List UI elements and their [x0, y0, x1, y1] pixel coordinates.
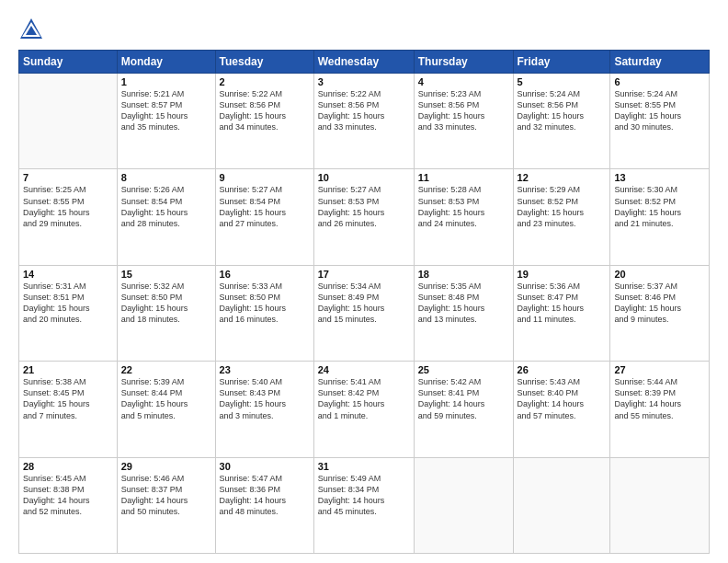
day-number: 20: [614, 269, 705, 280]
day-number: 24: [318, 364, 410, 375]
day-number: 12: [518, 172, 607, 183]
calendar-cell: 25Sunrise: 5:42 AM Sunset: 8:41 PM Dayli…: [414, 362, 513, 457]
day-number: 19: [518, 269, 607, 280]
day-info: Sunrise: 5:49 AM Sunset: 8:34 PM Dayligh…: [318, 473, 410, 518]
day-number: 6: [614, 76, 705, 87]
logo-icon: [18, 17, 44, 42]
day-number: 23: [220, 364, 310, 375]
day-info: Sunrise: 5:30 AM Sunset: 8:52 PM Dayligh…: [614, 184, 705, 229]
day-info: Sunrise: 5:34 AM Sunset: 8:49 PM Dayligh…: [318, 281, 410, 326]
calendar-cell: 16Sunrise: 5:33 AM Sunset: 8:50 PM Dayli…: [215, 265, 313, 361]
day-info: Sunrise: 5:33 AM Sunset: 8:50 PM Dayligh…: [220, 281, 310, 326]
calendar-cell: 18Sunrise: 5:35 AM Sunset: 8:48 PM Dayli…: [414, 265, 513, 361]
calendar-cell: 3Sunrise: 5:22 AM Sunset: 8:56 PM Daylig…: [313, 74, 414, 169]
calendar-cell: 15Sunrise: 5:32 AM Sunset: 8:50 PM Dayli…: [117, 265, 215, 361]
calendar-cell: 21Sunrise: 5:38 AM Sunset: 8:45 PM Dayli…: [19, 362, 118, 457]
day-info: Sunrise: 5:40 AM Sunset: 8:43 PM Dayligh…: [220, 376, 310, 421]
day-number: 31: [318, 461, 410, 472]
day-info: Sunrise: 5:45 AM Sunset: 8:38 PM Dayligh…: [23, 473, 113, 518]
day-number: 3: [318, 76, 410, 87]
calendar-cell: 22Sunrise: 5:39 AM Sunset: 8:44 PM Dayli…: [117, 362, 215, 457]
day-number: 21: [23, 364, 113, 375]
day-info: Sunrise: 5:22 AM Sunset: 8:56 PM Dayligh…: [220, 88, 310, 133]
calendar-cell: [610, 457, 710, 553]
weekday-header-friday: Friday: [513, 51, 610, 74]
day-info: Sunrise: 5:21 AM Sunset: 8:57 PM Dayligh…: [121, 88, 211, 133]
calendar-cell: 11Sunrise: 5:28 AM Sunset: 8:53 PM Dayli…: [414, 169, 513, 265]
day-number: 26: [518, 364, 607, 375]
weekday-header-monday: Monday: [117, 51, 215, 74]
day-info: Sunrise: 5:38 AM Sunset: 8:45 PM Dayligh…: [23, 376, 113, 421]
weekday-header-row: SundayMondayTuesdayWednesdayThursdayFrid…: [19, 51, 710, 74]
day-info: Sunrise: 5:32 AM Sunset: 8:50 PM Dayligh…: [121, 281, 211, 326]
day-number: 11: [418, 172, 509, 183]
day-info: Sunrise: 5:46 AM Sunset: 8:37 PM Dayligh…: [121, 473, 211, 518]
calendar-cell: 26Sunrise: 5:43 AM Sunset: 8:40 PM Dayli…: [513, 362, 610, 457]
day-number: 25: [418, 364, 509, 375]
day-number: 9: [220, 172, 310, 183]
day-number: 15: [121, 269, 211, 280]
week-row-2: 7Sunrise: 5:25 AM Sunset: 8:55 PM Daylig…: [19, 169, 710, 265]
calendar-cell: 28Sunrise: 5:45 AM Sunset: 8:38 PM Dayli…: [19, 457, 118, 553]
day-number: 8: [121, 172, 211, 183]
day-info: Sunrise: 5:24 AM Sunset: 8:56 PM Dayligh…: [518, 88, 607, 133]
calendar-cell: 2Sunrise: 5:22 AM Sunset: 8:56 PM Daylig…: [215, 74, 313, 169]
day-number: 16: [220, 269, 310, 280]
week-row-3: 14Sunrise: 5:31 AM Sunset: 8:51 PM Dayli…: [19, 265, 710, 361]
weekday-header-saturday: Saturday: [610, 51, 710, 74]
calendar-cell: 24Sunrise: 5:41 AM Sunset: 8:42 PM Dayli…: [313, 362, 414, 457]
day-number: 14: [23, 269, 113, 280]
day-info: Sunrise: 5:47 AM Sunset: 8:36 PM Dayligh…: [220, 473, 310, 518]
day-info: Sunrise: 5:27 AM Sunset: 8:53 PM Dayligh…: [318, 184, 410, 229]
day-number: 5: [518, 76, 607, 87]
weekday-header-tuesday: Tuesday: [215, 51, 313, 74]
day-info: Sunrise: 5:27 AM Sunset: 8:54 PM Dayligh…: [220, 184, 310, 229]
calendar-cell: 19Sunrise: 5:36 AM Sunset: 8:47 PM Dayli…: [513, 265, 610, 361]
header: [18, 17, 710, 42]
day-number: 27: [614, 364, 705, 375]
calendar-cell: 30Sunrise: 5:47 AM Sunset: 8:36 PM Dayli…: [215, 457, 313, 553]
day-number: 28: [23, 461, 113, 472]
day-info: Sunrise: 5:22 AM Sunset: 8:56 PM Dayligh…: [318, 88, 410, 133]
calendar-cell: 27Sunrise: 5:44 AM Sunset: 8:39 PM Dayli…: [610, 362, 710, 457]
day-number: 10: [318, 172, 410, 183]
day-number: 2: [220, 76, 310, 87]
day-info: Sunrise: 5:26 AM Sunset: 8:54 PM Dayligh…: [121, 184, 211, 229]
weekday-header-sunday: Sunday: [19, 51, 118, 74]
calendar-cell: 10Sunrise: 5:27 AM Sunset: 8:53 PM Dayli…: [313, 169, 414, 265]
day-number: 1: [121, 76, 211, 87]
day-info: Sunrise: 5:28 AM Sunset: 8:53 PM Dayligh…: [418, 184, 509, 229]
calendar-cell: 31Sunrise: 5:49 AM Sunset: 8:34 PM Dayli…: [313, 457, 414, 553]
logo: [18, 17, 48, 42]
calendar-cell: 20Sunrise: 5:37 AM Sunset: 8:46 PM Dayli…: [610, 265, 710, 361]
calendar-cell: 6Sunrise: 5:24 AM Sunset: 8:55 PM Daylig…: [610, 74, 710, 169]
calendar-cell: 9Sunrise: 5:27 AM Sunset: 8:54 PM Daylig…: [215, 169, 313, 265]
day-number: 30: [220, 461, 310, 472]
calendar-cell: 13Sunrise: 5:30 AM Sunset: 8:52 PM Dayli…: [610, 169, 710, 265]
week-row-5: 28Sunrise: 5:45 AM Sunset: 8:38 PM Dayli…: [19, 457, 710, 553]
day-number: 18: [418, 269, 509, 280]
calendar-cell: [19, 74, 118, 169]
calendar-cell: 12Sunrise: 5:29 AM Sunset: 8:52 PM Dayli…: [513, 169, 610, 265]
day-info: Sunrise: 5:24 AM Sunset: 8:55 PM Dayligh…: [614, 88, 705, 133]
page: SundayMondayTuesdayWednesdayThursdayFrid…: [0, 0, 728, 563]
weekday-header-thursday: Thursday: [414, 51, 513, 74]
calendar-cell: 4Sunrise: 5:23 AM Sunset: 8:56 PM Daylig…: [414, 74, 513, 169]
day-info: Sunrise: 5:41 AM Sunset: 8:42 PM Dayligh…: [318, 376, 410, 421]
day-info: Sunrise: 5:35 AM Sunset: 8:48 PM Dayligh…: [418, 281, 509, 326]
day-number: 7: [23, 172, 113, 183]
calendar-cell: 7Sunrise: 5:25 AM Sunset: 8:55 PM Daylig…: [19, 169, 118, 265]
day-number: 4: [418, 76, 509, 87]
calendar-cell: 17Sunrise: 5:34 AM Sunset: 8:49 PM Dayli…: [313, 265, 414, 361]
day-info: Sunrise: 5:42 AM Sunset: 8:41 PM Dayligh…: [418, 376, 509, 421]
calendar-table: SundayMondayTuesdayWednesdayThursdayFrid…: [18, 50, 710, 554]
week-row-1: 1Sunrise: 5:21 AM Sunset: 8:57 PM Daylig…: [19, 74, 710, 169]
day-info: Sunrise: 5:37 AM Sunset: 8:46 PM Dayligh…: [614, 281, 705, 326]
calendar-cell: 29Sunrise: 5:46 AM Sunset: 8:37 PM Dayli…: [117, 457, 215, 553]
weekday-header-wednesday: Wednesday: [313, 51, 414, 74]
calendar-cell: 5Sunrise: 5:24 AM Sunset: 8:56 PM Daylig…: [513, 74, 610, 169]
day-number: 29: [121, 461, 211, 472]
day-number: 22: [121, 364, 211, 375]
day-number: 13: [614, 172, 705, 183]
day-info: Sunrise: 5:29 AM Sunset: 8:52 PM Dayligh…: [518, 184, 607, 229]
